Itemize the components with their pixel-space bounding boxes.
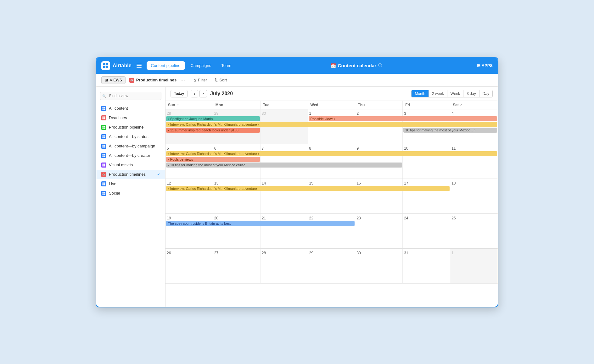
sidebar-item-all-content-creator[interactable]: All content—by creator bbox=[96, 151, 165, 160]
sort-button[interactable]: ⇅ Sort bbox=[212, 76, 229, 84]
svg-rect-18 bbox=[103, 137, 104, 138]
svg-rect-15 bbox=[104, 127, 105, 129]
cell-jul-15: 15 bbox=[308, 179, 356, 213]
svg-rect-11 bbox=[104, 118, 105, 119]
svg-rect-27 bbox=[104, 156, 105, 157]
production-timelines-icon: 📅 bbox=[101, 172, 106, 177]
nav-tab-campaigns[interactable]: Campaigns bbox=[186, 61, 216, 70]
toolbar: ⊞ VIEWS 📅 Production timelines ··· ⧖ Fil… bbox=[96, 74, 498, 87]
filter-icon: ⧖ bbox=[194, 78, 197, 83]
all-content-icon bbox=[101, 106, 106, 111]
find-view-input[interactable] bbox=[100, 92, 161, 100]
svg-rect-31 bbox=[104, 165, 105, 166]
svg-rect-17 bbox=[104, 135, 105, 136]
svg-rect-30 bbox=[103, 165, 104, 166]
cell-jul-8: 8 bbox=[308, 144, 356, 179]
view-mode-2week[interactable]: 2 week bbox=[429, 90, 447, 97]
cell-jul-26: 26 bbox=[165, 249, 213, 283]
cell-jul-11: 11 bbox=[450, 144, 498, 179]
cell-jul-19: 19 bbox=[165, 214, 213, 248]
sidebar-item-production-timelines[interactable]: 📅 Production timelines ✓ bbox=[96, 170, 165, 179]
deadlines-icon bbox=[101, 115, 106, 120]
svg-rect-3 bbox=[106, 66, 108, 68]
day-header-sat: Sat ↗ bbox=[450, 101, 498, 109]
visual-assets-icon bbox=[101, 163, 106, 168]
sidebar-item-social[interactable]: Social bbox=[96, 189, 165, 198]
prev-month-button[interactable]: ‹ bbox=[191, 90, 198, 97]
sidebar-item-deadlines[interactable]: Deadlines bbox=[96, 113, 165, 123]
day-header-tue: Tue bbox=[261, 101, 308, 109]
cell-jul-30: 30 bbox=[355, 249, 403, 283]
svg-rect-20 bbox=[103, 145, 104, 146]
svg-rect-9 bbox=[104, 116, 105, 118]
svg-rect-26 bbox=[103, 156, 104, 157]
info-icon[interactable]: ⓘ bbox=[378, 63, 382, 68]
sidebar-item-all-content-status[interactable]: All content—by status bbox=[96, 132, 165, 141]
event-mexico-w1[interactable]: 10 tips for making the most of your Mexi… bbox=[403, 128, 498, 133]
view-mode-3day[interactable]: 3 day bbox=[463, 90, 479, 97]
day-header-wed: Wed bbox=[308, 101, 356, 109]
logo-text: Airtable bbox=[113, 63, 132, 69]
cell-jul-29: 29 bbox=[308, 249, 356, 283]
sidebar-item-visual-assets[interactable]: Visual assets bbox=[96, 160, 165, 170]
event-interview-w3[interactable]: ‹ Interview: Carlos Richardson's Mt. Kil… bbox=[165, 186, 450, 191]
cell-jul-13: 13 bbox=[213, 179, 261, 213]
sidebar-item-production-pipeline[interactable]: Production pipeline bbox=[96, 123, 165, 132]
event-cozy-w4[interactable]: The cozy countryside is Britain at its b… bbox=[165, 221, 355, 226]
event-mexico-w2[interactable]: ‹ 10 tips for making the most of your Me… bbox=[165, 163, 403, 168]
views-button[interactable]: ⊞ VIEWS bbox=[101, 76, 126, 84]
svg-rect-36 bbox=[103, 192, 104, 193]
event-interview-w2[interactable]: ‹ Interview: Carlos Richardson's Mt. Kil… bbox=[165, 151, 498, 156]
sort-desc-icon[interactable]: ↗ bbox=[460, 103, 462, 106]
nav-tab-content-pipeline[interactable]: Content pipeline bbox=[147, 61, 185, 70]
svg-rect-0 bbox=[103, 63, 105, 65]
apps-button[interactable]: ⊞ APPS bbox=[477, 63, 493, 68]
svg-rect-33 bbox=[104, 182, 105, 184]
cell-jul-31: 31 bbox=[403, 249, 450, 283]
event-poolside-w2[interactable]: ‹ Poolside views bbox=[165, 157, 261, 162]
sidebar-item-all-content-campaign[interactable]: All content—by campaign bbox=[96, 141, 165, 151]
event-poolside-w1[interactable]: Poolside views › bbox=[308, 116, 498, 121]
cell-jul-20: 20 bbox=[213, 214, 261, 248]
nav-tab-team[interactable]: Team bbox=[217, 61, 236, 70]
sidebar-item-all-content[interactable]: All content bbox=[96, 104, 165, 113]
sidebar-item-live[interactable]: Live bbox=[96, 179, 165, 189]
svg-rect-10 bbox=[103, 118, 104, 119]
cell-jul-12: 12 bbox=[165, 179, 213, 213]
calendar-icon: 📅 bbox=[331, 63, 336, 68]
week-5: 26 27 28 29 30 31 1 bbox=[165, 249, 498, 284]
cell-jul-7: 7 bbox=[261, 144, 308, 179]
production-pipeline-icon bbox=[101, 125, 106, 130]
svg-rect-37 bbox=[104, 192, 105, 193]
app-header: Airtable Content pipeline Campaigns Team… bbox=[96, 58, 498, 74]
table-icon: ⊞ bbox=[105, 78, 108, 82]
event-beach-w1[interactable]: ‹ 11 summer inspired beach looks under $… bbox=[165, 128, 261, 133]
header-nav: Content pipeline Campaigns Team bbox=[147, 61, 236, 70]
view-mode-day[interactable]: Day bbox=[479, 90, 492, 97]
app-title: Content calendar bbox=[338, 63, 377, 68]
day-header-thu: Thu bbox=[355, 101, 403, 109]
svg-rect-24 bbox=[103, 154, 104, 155]
svg-rect-29 bbox=[104, 163, 105, 165]
sort-asc-icon[interactable]: ↗ bbox=[177, 103, 179, 106]
all-content-status-icon bbox=[101, 134, 106, 139]
svg-rect-4 bbox=[103, 107, 104, 108]
view-mode-week[interactable]: Week bbox=[447, 90, 463, 97]
event-interview-w1[interactable]: ‹ Interview: Carlos Richardson's Mt. Kil… bbox=[165, 122, 498, 127]
view-mode-month[interactable]: Month bbox=[412, 90, 429, 97]
event-spotlight[interactable]: ‹ Spotlight on Jacques Martin bbox=[165, 116, 261, 121]
day-header-fri: Fri bbox=[403, 101, 450, 109]
cell-jul-17: 17 bbox=[403, 179, 450, 213]
next-month-button[interactable]: › bbox=[199, 90, 207, 97]
today-button[interactable]: Today bbox=[171, 90, 188, 97]
hamburger-icon[interactable] bbox=[137, 64, 142, 68]
svg-rect-8 bbox=[103, 116, 104, 118]
toolbar-separator: ··· bbox=[180, 77, 185, 83]
cell-jul-24: 24 bbox=[403, 214, 450, 248]
filter-button[interactable]: ⧖ Filter bbox=[191, 76, 210, 84]
calendar-area: Today ‹ › July 2020 Month 2 week Week 3 … bbox=[165, 87, 498, 307]
svg-rect-38 bbox=[103, 193, 104, 195]
svg-rect-7 bbox=[104, 108, 105, 110]
cell-jul-23: 23 bbox=[355, 214, 403, 248]
svg-rect-32 bbox=[103, 182, 104, 184]
